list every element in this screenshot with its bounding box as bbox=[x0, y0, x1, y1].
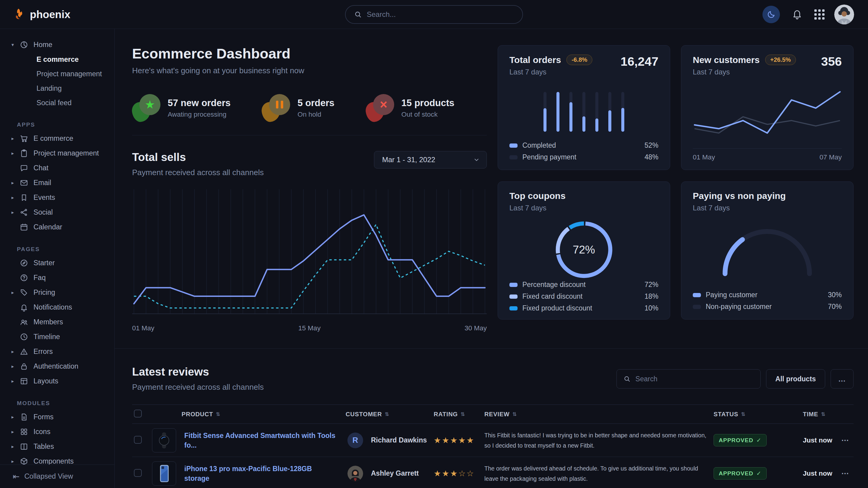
sidebar-item-notifications[interactable]: Notifications bbox=[0, 300, 114, 315]
sidebar-item-icons[interactable]: ▸Icons bbox=[0, 424, 114, 439]
sidebar-item-tables[interactable]: ▸Tables bbox=[0, 439, 114, 454]
caret-right-icon: ▸ bbox=[11, 151, 20, 156]
sidebar-item-faq[interactable]: Faq bbox=[0, 270, 114, 285]
table-row: Fitbit Sense Advanced Smartwatch with To… bbox=[132, 424, 854, 457]
tag-icon bbox=[20, 288, 28, 297]
order-stats-row: ★ 57 new ordersAwating processing 5 orde… bbox=[132, 94, 487, 135]
notifications-button[interactable] bbox=[789, 8, 805, 21]
stat-15-products: × 15 productsOut of stock bbox=[366, 94, 455, 122]
select-all-checkbox[interactable] bbox=[134, 410, 142, 418]
sidebar-item-email[interactable]: ▸Email bbox=[0, 175, 114, 190]
caret-right-icon: ▸ bbox=[11, 363, 20, 369]
total-sells-title: Total sells bbox=[132, 151, 264, 164]
donut-center-label: 72% bbox=[553, 219, 615, 281]
sort-icon: ⇅ bbox=[216, 411, 220, 418]
more-options-button[interactable]: ... bbox=[831, 369, 854, 389]
column-header-product[interactable]: PRODUCT⇅ bbox=[182, 411, 346, 418]
orders-bar-chart bbox=[509, 92, 658, 132]
customer-avatar: R bbox=[347, 432, 363, 448]
calendar-icon bbox=[20, 223, 28, 231]
product-link[interactable]: iPhone 13 pro max-Pacific Blue-128GB sto… bbox=[182, 464, 346, 483]
column-header-rating[interactable]: RATING⇅ bbox=[434, 411, 484, 418]
column-header-status[interactable]: STATUS⇅ bbox=[714, 411, 803, 418]
clipboard-icon bbox=[20, 149, 28, 158]
legend-row: Completed52% bbox=[509, 141, 658, 150]
date-range-select[interactable]: Mar 1 - 31, 2022 bbox=[374, 151, 487, 168]
sidebar-item-social-feed[interactable]: Social feed bbox=[0, 96, 114, 110]
sidebar-item-e-commerce[interactable]: ▸E commerce bbox=[0, 131, 114, 146]
review-time: Just now bbox=[803, 469, 840, 478]
legend-swatch bbox=[509, 143, 518, 148]
all-products-button[interactable]: All products bbox=[766, 369, 825, 389]
sidebar-item-label: Forms bbox=[33, 413, 54, 421]
legend-label: Fixed product discount bbox=[522, 304, 592, 312]
global-search-input[interactable]: Search... bbox=[345, 5, 523, 24]
compass-icon bbox=[20, 259, 28, 267]
x-tick: 30 May bbox=[464, 324, 487, 332]
column-header-review[interactable]: REVIEW⇅ bbox=[484, 411, 714, 418]
sidebar-item-label: Members bbox=[33, 318, 63, 326]
bell-icon bbox=[792, 8, 803, 20]
search-placeholder: Search... bbox=[367, 10, 396, 19]
sidebar-item-calendar[interactable]: Calendar bbox=[0, 220, 114, 234]
sidebar-item-pricing[interactable]: ▸Pricing bbox=[0, 285, 114, 300]
x-tick: 01 May bbox=[693, 154, 715, 161]
search-icon bbox=[354, 10, 362, 19]
sidebar-item-home[interactable]: ▾ Home bbox=[0, 37, 114, 52]
sidebar-item-timeline[interactable]: Timeline bbox=[0, 329, 114, 344]
sidebar-item-label: Events bbox=[33, 194, 55, 202]
paying-gauge-chart bbox=[719, 226, 815, 279]
search-icon bbox=[623, 375, 631, 383]
sidebar-item-forms[interactable]: ▸Forms bbox=[0, 410, 114, 424]
product-link[interactable]: Fitbit Sense Advanced Smartwatch with To… bbox=[182, 431, 346, 450]
stat-value: 57 new orders bbox=[168, 98, 230, 108]
order-bar bbox=[608, 92, 611, 132]
dark-mode-toggle[interactable] bbox=[763, 6, 780, 23]
legend-swatch bbox=[509, 283, 518, 287]
avatar-photo bbox=[834, 4, 854, 24]
card-title: Top coupons bbox=[509, 191, 565, 201]
sidebar-item-errors[interactable]: ▸Errors bbox=[0, 344, 114, 359]
sidebar-item-members[interactable]: Members bbox=[0, 315, 114, 329]
card-title: New customers bbox=[693, 55, 760, 65]
row-menu-button[interactable]: ... bbox=[840, 469, 851, 477]
sort-icon: ⇅ bbox=[461, 411, 465, 418]
file-icon bbox=[20, 413, 28, 421]
row-checkbox[interactable] bbox=[134, 436, 142, 444]
phoenix-flame-icon bbox=[12, 7, 26, 22]
card-period: Last 7 days bbox=[693, 204, 786, 212]
stat-sublabel: Out of stock bbox=[401, 110, 455, 119]
new-customers-value: 356 bbox=[821, 55, 842, 69]
review-time: Just now bbox=[803, 436, 840, 444]
row-menu-button[interactable]: ... bbox=[840, 436, 851, 444]
apps-grid-icon[interactable] bbox=[814, 9, 825, 20]
product-thumbnail[interactable] bbox=[152, 461, 176, 486]
column-header-time[interactable]: TIME⇅ bbox=[803, 411, 840, 418]
product-thumbnail[interactable] bbox=[152, 428, 176, 452]
sidebar-item-landing[interactable]: Landing bbox=[0, 81, 114, 96]
sidebar-item-label: Notifications bbox=[33, 303, 72, 312]
x-tick: 07 May bbox=[819, 154, 842, 161]
customer-avatar bbox=[347, 466, 363, 481]
sidebar-item-chat[interactable]: Chat bbox=[0, 161, 114, 175]
warning-icon bbox=[20, 347, 28, 356]
review-text: The order was delivered ahead of schedul… bbox=[484, 463, 714, 484]
sidebar-item-project-management[interactable]: ▸Project management bbox=[0, 146, 114, 161]
sidebar-item-starter[interactable]: Starter bbox=[0, 256, 114, 270]
new-customers-x-axis: 01 May07 May bbox=[693, 148, 842, 161]
collapsed-view-toggle[interactable]: ⇤ Collapsed View bbox=[0, 464, 114, 488]
sidebar-item-layouts[interactable]: ▸Layouts bbox=[0, 374, 114, 389]
sidebar-item-authentication[interactable]: ▸Authentication bbox=[0, 359, 114, 374]
column-header-customer[interactable]: CUSTOMER⇅ bbox=[346, 411, 434, 418]
sidebar-item-events[interactable]: ▸Events bbox=[0, 190, 114, 205]
sidebar-item-project-management[interactable]: Project management bbox=[0, 67, 114, 81]
sidebar-item-social[interactable]: ▸Social bbox=[0, 205, 114, 220]
caret-right-icon: ▸ bbox=[11, 136, 20, 141]
sidebar-item-e-commerce[interactable]: E commerce bbox=[0, 52, 114, 67]
sidebar-item-label: Components bbox=[33, 457, 73, 465]
row-checkbox[interactable] bbox=[134, 469, 142, 477]
reviews-search-input[interactable]: Search bbox=[617, 369, 761, 389]
order-bar bbox=[582, 92, 585, 132]
brand-logo[interactable]: phoenix bbox=[12, 7, 70, 22]
user-avatar[interactable] bbox=[834, 4, 854, 24]
